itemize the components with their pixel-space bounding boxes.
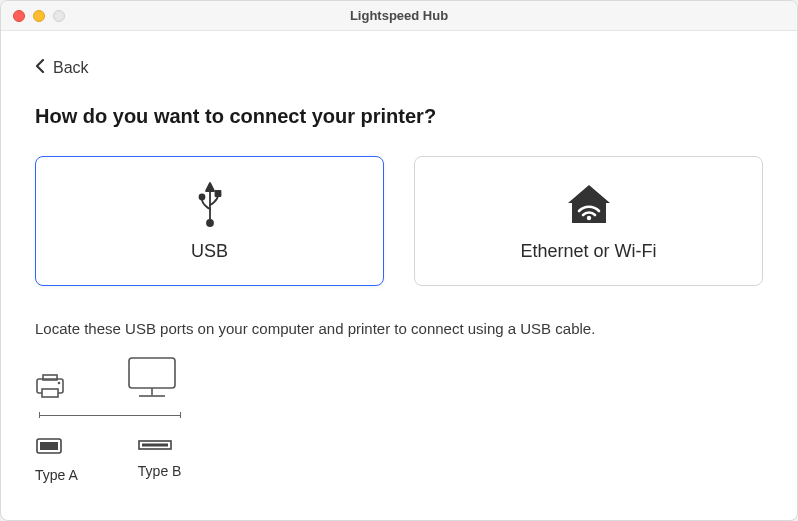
port-b-label: Type B <box>138 463 182 479</box>
usb-a-port-icon <box>35 437 63 459</box>
app-window: Lightspeed Hub Back How do you want to c… <box>0 0 798 521</box>
instruction-text: Locate these USB ports on your computer … <box>35 320 763 337</box>
window-title: Lightspeed Hub <box>1 8 797 23</box>
usb-b-port-icon <box>138 437 172 455</box>
home-wifi-icon <box>564 181 614 227</box>
svg-rect-14 <box>40 442 58 450</box>
svg-rect-7 <box>43 375 57 380</box>
usb-icon <box>196 181 224 227</box>
minimize-window-button[interactable] <box>33 10 45 22</box>
titlebar: Lightspeed Hub <box>1 1 797 31</box>
svg-point-2 <box>207 220 213 226</box>
svg-rect-10 <box>129 358 175 388</box>
page-heading: How do you want to connect your printer? <box>35 105 763 128</box>
svg-rect-4 <box>215 191 220 196</box>
svg-point-3 <box>199 194 204 199</box>
option-usb-label: USB <box>191 241 228 262</box>
cable-line-icon <box>39 413 181 419</box>
printer-icon <box>35 373 65 403</box>
content-area: Back How do you want to connect your pri… <box>1 31 797 520</box>
maximize-window-button <box>53 10 65 22</box>
port-type-a: Type A <box>35 437 78 483</box>
svg-point-5 <box>586 215 590 219</box>
option-usb[interactable]: USB <box>35 156 384 286</box>
usb-diagram: Type A Type B <box>35 355 763 483</box>
connection-options: USB Ethernet or Wi-Fi <box>35 156 763 286</box>
option-network-label: Ethernet or Wi-Fi <box>520 241 656 262</box>
computer-icon <box>125 355 179 403</box>
svg-rect-8 <box>42 389 58 397</box>
chevron-left-icon <box>35 59 45 77</box>
port-type-b: Type B <box>138 437 182 483</box>
port-a-label: Type A <box>35 467 78 483</box>
svg-rect-16 <box>142 444 168 447</box>
close-window-button[interactable] <box>13 10 25 22</box>
back-label: Back <box>53 59 89 77</box>
back-button[interactable]: Back <box>35 59 89 77</box>
svg-point-9 <box>58 382 61 385</box>
svg-marker-1 <box>206 183 214 191</box>
window-controls <box>13 10 65 22</box>
option-network[interactable]: Ethernet or Wi-Fi <box>414 156 763 286</box>
